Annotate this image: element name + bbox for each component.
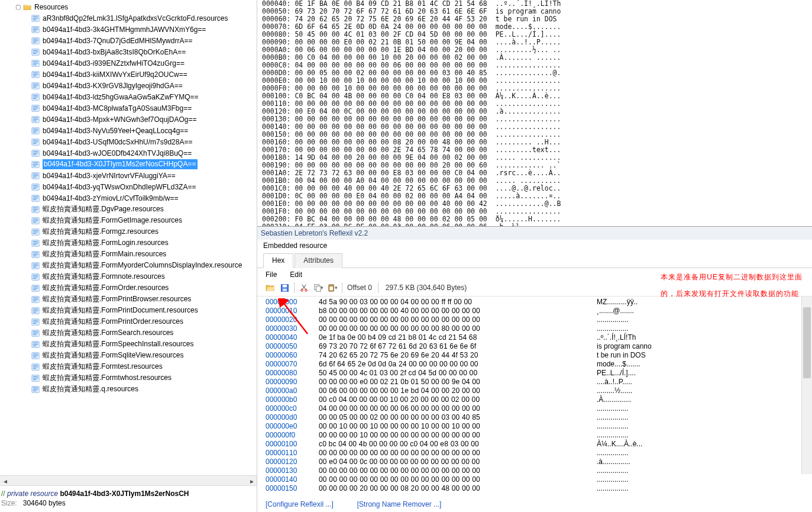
tree-item[interactable]: b0494a1f-4bd3-i939ENZztxfwHiTO4zuGrg== xyxy=(2,57,257,69)
svg-rect-109 xyxy=(33,320,38,320)
tree-item[interactable]: b0494a1f-4bd3-wJOE0Dfb424XhTVJqi8BuQ== xyxy=(2,147,257,159)
tree-item[interactable]: b0494a1f-4bd3-3k4GHTMHgmmhJAWVNXmY6g== xyxy=(2,24,257,35)
svg-rect-138 xyxy=(282,288,287,291)
svg-rect-83 xyxy=(33,244,37,244)
svg-rect-95 xyxy=(33,278,37,278)
tree-item[interactable]: 蝦皮拍賣通知精靈.q.resources xyxy=(2,384,257,395)
resource-tree[interactable]: ▢ Resources aR3nbf8dQp2feLmk31.lSfgApatk… xyxy=(0,0,257,475)
tree-item[interactable]: b0494a1f-4bd3-xjeVrNIrtovrVFAluggiYA== xyxy=(2,170,257,181)
scroll-right-icon[interactable]: ▸ xyxy=(247,476,257,486)
copy-button[interactable]: ▾ xyxy=(312,282,324,294)
tab-hex[interactable]: Hex xyxy=(263,253,293,268)
tree-item[interactable]: b0494a1f-4bd3-7QnuD7jGdEdMHlSMywdrrA== xyxy=(2,35,257,46)
tree-item[interactable]: 蝦皮拍賣通知精靈.FormPrintDocument.resources xyxy=(2,305,257,316)
tree-item-label: 蝦皮拍賣通知精靈.FormGetImage.resources xyxy=(43,215,182,226)
tree-item[interactable]: 蝦皮拍賣通知精靈.Formtest.resources xyxy=(2,361,257,372)
tree-item[interactable]: b0494a1f-4bd3-MC8plwafaTgA0SsauM3Fbg== xyxy=(2,102,257,114)
hex-row: 000000706d 6f 64 65 2e 0d 0d 0a 24 00 00… xyxy=(266,360,812,369)
svg-rect-119 xyxy=(33,345,37,346)
tree-item[interactable]: 蝦皮拍賣通知精靈.FormLogin.resources xyxy=(2,237,257,249)
hex-row: 000000b000 c0 04 00 00 00 00 10 00 20 00… xyxy=(266,395,812,404)
svg-rect-102 xyxy=(33,299,38,300)
svg-rect-67 xyxy=(33,199,37,199)
tree-item[interactable]: b0494a1f-4bd3-NyVu59Yeel+QeaqLLocq4g== xyxy=(2,125,257,136)
resource-icon xyxy=(31,182,40,192)
tree-item[interactable]: b0494a1f-4bd3-kiiMXIWvYxEirUf9q2OUCw== xyxy=(2,69,257,80)
reflexil-subtitle: Embedded resource xyxy=(257,240,812,250)
svg-rect-29 xyxy=(33,95,38,95)
paste-button[interactable]: ▾ xyxy=(326,282,338,294)
tree-item-label: b0494a1f-4bd3-USqfM0dcSxHhU/m7s9d28A== xyxy=(43,138,193,146)
tree-item[interactable]: 蝦皮拍賣通知精靈.Formgz.resources xyxy=(2,226,257,237)
tree-item[interactable]: aR3nbf8dQp2feLmk31.lSfgApatkdxsVcGcrktoF… xyxy=(2,12,257,24)
tree-item[interactable]: 蝦皮拍賣通知精靈.FormSpeechInstall.resources xyxy=(2,339,257,350)
offset-label: Offset 0 xyxy=(347,284,372,292)
hex-row: 0000003000 00 00 00 00 00 00 00 00 00 00… xyxy=(266,324,812,333)
resource-info-box: // private resource b0494a1f-4bd3-X0JTIy… xyxy=(0,485,257,512)
tree-item[interactable]: b0494a1f-4bd3-Mpxk+WNGwh3ef7OqujDAOg== xyxy=(2,114,257,125)
svg-rect-103 xyxy=(33,300,37,301)
tree-item[interactable]: 蝦皮拍賣通知精靈.FormPrintBrowser.resources xyxy=(2,294,257,305)
svg-rect-46 xyxy=(33,141,38,142)
tree-item[interactable]: b0494a1f-4bd3-ldz5hgGwaAaGw5aKZwFYMQ== xyxy=(2,91,257,102)
tree-item[interactable]: 蝦皮拍賣通知精靈.Formtwhost.resources xyxy=(2,372,257,384)
svg-rect-129 xyxy=(33,376,38,376)
svg-rect-17 xyxy=(33,61,38,62)
tree-item[interactable]: 蝦皮拍賣通知精靈.FormOrder.resources xyxy=(2,282,257,294)
tree-item[interactable]: 蝦皮拍賣通知精靈.Formnote.resources xyxy=(2,271,257,282)
svg-rect-78 xyxy=(33,231,38,232)
tree-item-label: 蝦皮拍賣通知精靈.Formnote.resources xyxy=(43,272,165,282)
cut-button[interactable] xyxy=(298,282,310,294)
strong-name-link[interactable]: [Strong Name Remover ...] xyxy=(357,500,442,508)
tree-item[interactable]: b0494a1f-4bd3-USqfM0dcSxHhU/m7s9d28A== xyxy=(2,136,257,147)
tree-item[interactable]: b0494a1f-4bd3-X0JTIym1Ms2erNosCHHpQA== xyxy=(2,159,257,170)
configure-link[interactable]: [Configure Reflexil ...] xyxy=(266,500,334,508)
kw-private: private xyxy=(7,490,28,498)
tree-item[interactable]: 蝦皮拍賣通知精靈.FormMain.resources xyxy=(2,249,257,260)
tree-item-label: b0494a1f-4bd3-3k4GHTMHgmmhJAWVNXmY6g== xyxy=(43,25,206,34)
tree-item[interactable]: 蝦皮拍賣通知精靈.DgvPage.resources xyxy=(2,204,257,215)
hex-vertical-scrollbar[interactable] xyxy=(801,297,812,474)
tree-horizontal-scrollbar[interactable]: ◂ ▸ xyxy=(0,475,257,485)
menu-edit[interactable]: Edit xyxy=(290,271,302,279)
svg-rect-98 xyxy=(33,288,38,288)
tree-item-label: 蝦皮拍賣通知精靈.Formtest.resources xyxy=(43,362,163,372)
tree-item[interactable]: b0494a1f-4bd3-zYmiovLr/CvfToilk9mb/w== xyxy=(2,192,257,204)
upper-hex-view[interactable]: 000040: 0E 1F BA 0E 00 B4 09 CD 21 B8 01… xyxy=(257,0,812,226)
tree-root-resources[interactable]: ▢ Resources xyxy=(2,1,257,12)
tree-item[interactable]: 蝦皮拍賣通知精靈.FormSqliteView.resources xyxy=(2,350,257,361)
menu-file[interactable]: File xyxy=(266,271,277,279)
svg-rect-50 xyxy=(33,153,38,153)
tab-attributes[interactable]: Attributes xyxy=(295,253,342,268)
lower-hex-view[interactable]: 000000004d 5a 90 00 03 00 00 00 04 00 00… xyxy=(257,297,812,497)
svg-rect-118 xyxy=(33,344,38,344)
resource-icon xyxy=(31,317,40,327)
svg-rect-69 xyxy=(33,207,38,208)
tree-item[interactable]: b0494a1f-4bd3-KX9rGV8JlgyIgeoji9hdGA== xyxy=(2,80,257,91)
svg-rect-71 xyxy=(33,210,37,211)
scroll-left-icon[interactable]: ◂ xyxy=(0,476,10,486)
svg-rect-59 xyxy=(33,176,37,177)
svg-rect-11 xyxy=(33,41,37,42)
hex-row: 00000100c0 bc 04 00 4b 00 00 00 00 c0 04… xyxy=(266,440,812,449)
expand-icon[interactable]: ▢ xyxy=(13,4,22,10)
tree-item[interactable]: 蝦皮拍賣通知精靈.FormGetImage.resources xyxy=(2,215,257,226)
svg-rect-45 xyxy=(33,140,38,140)
tree-item[interactable]: b0494a1f-4bd3-bxBjAa8c3tsI8QbOrKoEhA== xyxy=(2,46,257,57)
tree-item[interactable]: 蝦皮拍賣通知精靈.FormMyorderColumnsDisplayIndex.… xyxy=(2,260,257,271)
tree-item[interactable]: 蝦皮拍賣通知精靈.FormSearch.resources xyxy=(2,327,257,339)
svg-rect-34 xyxy=(33,108,38,108)
svg-rect-81 xyxy=(33,241,38,241)
svg-rect-106 xyxy=(33,310,38,311)
resource-icon xyxy=(31,115,40,124)
tree-item-label: b0494a1f-4bd3-yqTWswOxnDhdIepWFLd3ZA== xyxy=(43,183,196,191)
open-file-button[interactable] xyxy=(264,282,276,294)
svg-rect-15 xyxy=(33,53,37,53)
tree-item[interactable]: b0494a1f-4bd3-yqTWswOxnDhdIepWFLd3ZA== xyxy=(2,181,257,192)
svg-rect-79 xyxy=(33,233,37,233)
size-label: Size: xyxy=(1,499,17,507)
tree-item-label: b0494a1f-4bd3-KX9rGV8JlgyIgeoji9hdGA== xyxy=(43,82,183,90)
svg-rect-134 xyxy=(33,389,38,389)
save-button[interactable] xyxy=(279,282,290,294)
tree-item[interactable]: 蝦皮拍賣通知精靈.FormPrintOrder.resources xyxy=(2,316,257,327)
